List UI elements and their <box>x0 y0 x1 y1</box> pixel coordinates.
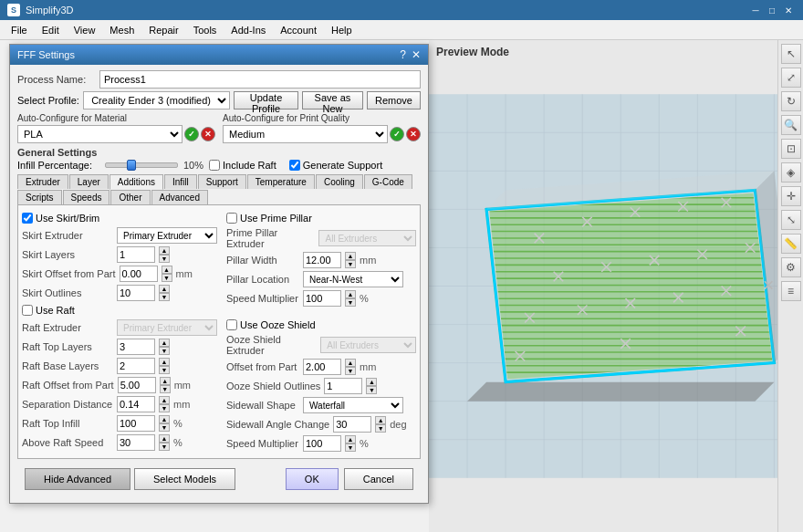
tab-other[interactable]: Other <box>110 190 150 204</box>
offset-from-part-down[interactable]: ▼ <box>345 367 356 375</box>
include-raft-label[interactable]: Include Raft <box>209 160 276 171</box>
raft-offset-up[interactable]: ▲ <box>160 377 171 385</box>
sidewall-shape-select[interactable]: Waterfall <box>303 397 403 413</box>
save-as-new-button[interactable]: Save as New <box>302 91 363 110</box>
skirt-offset-arrows[interactable]: ▲ ▼ <box>162 266 172 282</box>
ooze-outlines-down[interactable]: ▼ <box>366 386 377 394</box>
speed-mult2-arrows[interactable]: ▲ ▼ <box>345 435 356 452</box>
separation-dist-input[interactable] <box>117 396 155 412</box>
hide-advanced-button[interactable]: Hide Advanced <box>25 468 130 490</box>
move-button[interactable]: ✛ <box>781 186 801 206</box>
menu-repair[interactable]: Repair <box>141 20 185 40</box>
select-models-button[interactable]: Select Models <box>134 468 235 490</box>
above-raft-speed-arrows[interactable]: ▲ ▼ <box>159 434 170 451</box>
maximize-button[interactable]: □ <box>765 3 779 17</box>
infill-slider-thumb[interactable] <box>127 160 136 171</box>
speed-multiplier-up[interactable]: ▲ <box>345 290 356 298</box>
offset-from-part-arrows[interactable]: ▲ ▼ <box>345 359 356 375</box>
include-raft-checkbox[interactable] <box>209 160 220 171</box>
speed-multiplier-arrows[interactable]: ▲ ▼ <box>345 290 356 307</box>
raft-top-layers-down[interactable]: ▼ <box>159 347 170 355</box>
dialog-close-button[interactable]: ✕ <box>412 48 421 61</box>
speed-mult2-input[interactable] <box>303 435 341 452</box>
fit-button[interactable]: ⊡ <box>781 139 801 159</box>
tab-scripts[interactable]: Scripts <box>17 190 62 204</box>
ooze-extruder-select[interactable]: All Extruders <box>320 337 416 353</box>
use-skirt-brim-checkbox[interactable] <box>22 213 33 224</box>
tab-support[interactable]: Support <box>198 174 246 189</box>
remove-button[interactable]: Remove <box>367 91 421 110</box>
scale-button[interactable]: ⤡ <box>781 210 801 230</box>
raft-offset-input[interactable] <box>118 377 156 393</box>
sidewall-angle-up[interactable]: ▲ <box>375 416 386 424</box>
use-ooze-shield-checkbox[interactable] <box>226 319 237 330</box>
sidewall-angle-input[interactable] <box>333 416 371 433</box>
settings-button[interactable]: ⚙ <box>781 257 801 277</box>
skirt-offset-input[interactable] <box>120 266 158 282</box>
separation-dist-down[interactable]: ▼ <box>159 404 170 412</box>
menu-account[interactable]: Account <box>273 20 324 40</box>
skirt-layers-up[interactable]: ▲ <box>159 246 170 255</box>
generate-support-checkbox[interactable] <box>289 160 300 171</box>
raft-top-layers-up[interactable]: ▲ <box>159 339 170 347</box>
menu-help[interactable]: Help <box>324 20 360 40</box>
sidewall-angle-down[interactable]: ▼ <box>375 424 386 433</box>
skirt-layers-arrows[interactable]: ▲ ▼ <box>159 246 170 263</box>
separation-dist-arrows[interactable]: ▲ ▼ <box>159 396 170 412</box>
skirt-offset-up[interactable]: ▲ <box>162 266 172 274</box>
measure-button[interactable]: 📏 <box>781 234 801 254</box>
tab-infill[interactable]: Infill <box>164 174 197 189</box>
cursor-tool-button[interactable]: ↖ <box>781 44 801 64</box>
raft-base-layers-up[interactable]: ▲ <box>159 358 170 366</box>
speed-multiplier-input[interactable] <box>303 290 341 307</box>
raft-offset-arrows[interactable]: ▲ ▼ <box>160 377 171 393</box>
speed-multiplier-down[interactable]: ▼ <box>345 298 356 307</box>
raft-extruder-select[interactable]: Primary Extruder <box>117 319 217 336</box>
raft-top-infill-input[interactable] <box>117 415 155 432</box>
material-cancel-button[interactable]: ✕ <box>201 127 215 141</box>
sidewall-angle-arrows[interactable]: ▲ ▼ <box>375 416 386 433</box>
raft-top-layers-arrows[interactable]: ▲ ▼ <box>159 339 170 355</box>
raft-base-layers-arrows[interactable]: ▲ ▼ <box>159 358 170 374</box>
quality-cancel-button[interactable]: ✕ <box>406 127 421 141</box>
rotate-tool-button[interactable]: ↻ <box>781 91 801 111</box>
use-raft-checkbox[interactable] <box>22 305 33 316</box>
skirt-outlines-down[interactable]: ▼ <box>159 293 170 301</box>
pillar-location-select[interactable]: Near-N-West <box>303 271 403 287</box>
cancel-button[interactable]: Cancel <box>344 468 413 490</box>
tab-cooling[interactable]: Cooling <box>316 174 363 189</box>
view3d-button[interactable]: ◈ <box>781 162 801 183</box>
quality-confirm-button[interactable]: ✓ <box>390 127 404 141</box>
tab-layer[interactable]: Layer <box>69 174 109 189</box>
menu-mesh[interactable]: Mesh <box>102 20 141 40</box>
tab-gcode[interactable]: G-Code <box>364 174 412 189</box>
offset-from-part-up[interactable]: ▲ <box>345 359 356 367</box>
menu-file[interactable]: File <box>4 20 35 40</box>
pan-tool-button[interactable]: ⤢ <box>781 68 801 88</box>
skirt-layers-input[interactable] <box>117 246 155 263</box>
use-prime-pillar-checkbox[interactable] <box>226 213 237 224</box>
tab-speeds[interactable]: Speeds <box>63 190 110 204</box>
raft-top-infill-arrows[interactable]: ▲ ▼ <box>159 415 170 432</box>
ooze-outlines-up[interactable]: ▲ <box>366 378 377 386</box>
above-raft-speed-input[interactable] <box>117 434 155 451</box>
tab-advanced[interactable]: Advanced <box>151 190 208 204</box>
pillar-width-up[interactable]: ▲ <box>345 252 356 260</box>
zoom-tool-button[interactable]: 🔍 <box>781 115 801 135</box>
quality-select[interactable]: Medium <box>223 125 388 143</box>
menu-addins[interactable]: Add-Ins <box>224 20 273 40</box>
close-button[interactable]: ✕ <box>781 3 796 17</box>
raft-base-layers-input[interactable] <box>117 358 155 374</box>
menu-tools[interactable]: Tools <box>186 20 224 40</box>
prime-pillar-extruder-select[interactable]: All Extruders <box>318 230 416 246</box>
skirt-extruder-select[interactable]: Primary Extruder <box>117 227 217 244</box>
raft-base-layers-down[interactable]: ▼ <box>159 366 170 374</box>
profile-select[interactable]: Creality Ender 3 (modified) <box>83 91 230 110</box>
skirt-outlines-input[interactable] <box>117 285 155 301</box>
layers-button[interactable]: ≡ <box>781 281 801 301</box>
offset-from-part-input[interactable] <box>303 359 341 375</box>
skirt-outlines-up[interactable]: ▲ <box>159 285 170 293</box>
pillar-width-arrows[interactable]: ▲ ▼ <box>345 252 356 268</box>
tab-temperature[interactable]: Temperature <box>247 174 315 189</box>
speed-mult2-down[interactable]: ▼ <box>345 443 356 452</box>
